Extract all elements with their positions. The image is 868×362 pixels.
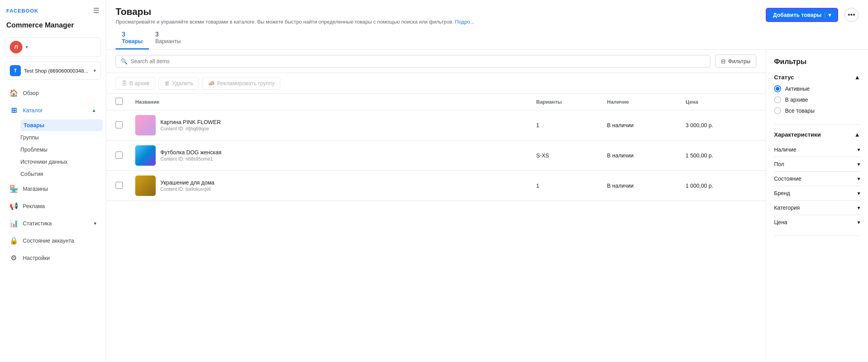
header-buttons: Добавить товары ▾ ••• [766, 8, 859, 22]
row2-thumbnail [135, 145, 156, 166]
avatar: Л [10, 41, 22, 53]
row1-price: 3 000,00 р. [686, 122, 756, 128]
fb-logo: FACEBOOK ☰ [6, 6, 99, 15]
table-row: Футболка DOG женская Content ID: n68s95o… [106, 141, 766, 171]
chevron-down-icon: ▾ [857, 146, 860, 153]
row3-product-name: Украшение для дома [160, 179, 214, 186]
characteristics-section-header[interactable]: Характеристики ▲ [774, 131, 860, 138]
filter-option-active[interactable]: Активные [774, 85, 860, 92]
add-button-arrow: ▾ [825, 12, 831, 18]
sidebar-item-stats[interactable]: 📊 Статистика ▾ [3, 215, 103, 232]
account-selector[interactable]: Л ▾ [5, 37, 101, 57]
catalog-icon: ⊞ [9, 106, 18, 115]
more-options-button[interactable]: ••• [844, 8, 859, 22]
row3-checkbox[interactable] [116, 182, 123, 189]
sidebar-item-data-sources[interactable]: Источники данных [20, 156, 103, 168]
chevron-down-icon: ▾ [857, 219, 860, 225]
sidebar-item-settings[interactable]: ⚙ Настройки [3, 250, 103, 266]
chevron-down-icon: ▾ [857, 161, 860, 167]
select-all-checkbox[interactable] [116, 98, 123, 105]
stats-chevron: ▾ [94, 221, 96, 226]
col-price: Цена [686, 99, 756, 105]
filter-row-gender[interactable]: Пол ▾ [774, 157, 860, 172]
row2-variants: S-XS [536, 152, 607, 159]
shop-name: Test Shop (869060000348... [24, 68, 90, 74]
row2-product-text: Футболка DOG женская Content ID: n68s95o… [160, 149, 221, 162]
sidebar-item-catalog[interactable]: ⊞ Каталог ▲ [3, 102, 103, 119]
sidebar-item-products[interactable]: Товары [20, 119, 103, 131]
characteristics-chevron-up: ▲ [854, 131, 860, 138]
chevron-down-icon: ▾ [857, 190, 860, 196]
chevron-down-icon: ▾ [857, 176, 860, 182]
delete-button[interactable]: 🗑 Удалить [158, 77, 199, 90]
search-input[interactable] [131, 58, 705, 64]
sidebar-item-events[interactable]: События [20, 168, 103, 180]
filter-row-category[interactable]: Категория ▾ [774, 201, 860, 215]
filters-panel: Фильтры Статус ▲ Активные В архиве [766, 50, 868, 362]
filter-option-all[interactable]: Все товары [774, 107, 860, 114]
content-area: 🔍 ⊟ Фильтры 🗄 В архив 🗑 Удалить [106, 50, 868, 362]
page-title: Товары [116, 6, 474, 17]
row1-checkbox-cell [116, 121, 135, 130]
status-filter-section: Статус ▲ Активные В архиве Все товары [774, 74, 860, 125]
tab-products[interactable]: 3 Товары [116, 28, 149, 49]
status-section-header[interactable]: Статус ▲ [774, 74, 860, 80]
filter-row-price[interactable]: Цена ▾ [774, 215, 860, 229]
row2-product-name: Футболка DOG женская [160, 149, 221, 155]
filter-row-brand[interactable]: Бренд ▾ [774, 186, 860, 201]
search-box[interactable]: 🔍 [116, 55, 710, 68]
add-products-button[interactable]: Добавить товары ▾ [766, 8, 838, 22]
shops-icon: 🏪 [9, 185, 18, 193]
action-bar: 🗄 В архив 🗑 Удалить 📣 Рекламировать груп… [106, 73, 766, 94]
sidebar-header: FACEBOOK ☰ [0, 0, 106, 20]
radio-all[interactable] [774, 107, 781, 114]
archive-button[interactable]: 🗄 В архив [116, 77, 155, 90]
filter-icon: ⊟ [721, 58, 726, 64]
filter-row-condition[interactable]: Состояние ▾ [774, 172, 860, 186]
table-row: Украшение для дома Content ID: ba9okuvqs… [106, 171, 766, 201]
row3-variants: 1 [536, 183, 607, 189]
hamburger-icon[interactable]: ☰ [93, 6, 99, 15]
table-row: Картина PINK FLOWER Content ID: nfjhq69q… [106, 110, 766, 141]
sidebar-item-groups[interactable]: Группы [20, 132, 103, 143]
main-content: Товары Просматривайте и управляйте всеми… [106, 0, 868, 362]
read-more-link[interactable]: Подро... [455, 19, 474, 25]
chevron-down-icon: ▾ [857, 205, 860, 211]
row1-variants: 1 [536, 122, 607, 128]
search-toolbar: 🔍 ⊟ Фильтры [106, 50, 766, 73]
ads-icon: 📢 [9, 202, 18, 210]
row2-availability: В наличии [607, 152, 686, 159]
filter-row-availability[interactable]: Наличие ▾ [774, 143, 860, 157]
sidebar-item-problems[interactable]: Проблемы [20, 144, 103, 155]
row2-checkbox[interactable] [116, 152, 123, 159]
sidebar-item-ads[interactable]: 📢 Реклама [3, 198, 103, 214]
radio-active[interactable] [774, 85, 781, 92]
row1-content-id: Content ID: nfjhq69qoe [160, 126, 221, 132]
row2-checkbox-cell [116, 152, 135, 160]
main-header: Товары Просматривайте и управляйте всеми… [106, 0, 868, 50]
row3-price: 1 000,00 р. [686, 183, 756, 189]
filters-button[interactable]: ⊟ Фильтры [715, 55, 756, 68]
sidebar-item-account-status[interactable]: 🔒 Состояние аккаунта [3, 232, 103, 249]
row1-product-info: Картина PINK FLOWER Content ID: nfjhq69q… [135, 115, 536, 135]
more-dots-icon: ••• [848, 11, 855, 19]
row1-product-name: Картина PINK FLOWER [160, 119, 221, 125]
table-header: Название Варианты Наличие Цена [106, 94, 766, 110]
row1-checkbox[interactable] [116, 121, 123, 128]
characteristics-filter-section: Характеристики ▲ Наличие ▾ Пол ▾ Состоян… [774, 131, 860, 236]
row3-product-info: Украшение для дома Content ID: ba9okuvqs… [135, 176, 536, 196]
products-panel: 🔍 ⊟ Фильтры 🗄 В архив 🗑 Удалить [106, 50, 766, 362]
filter-option-archived[interactable]: В архиве [774, 96, 860, 103]
shop-avatar: T [10, 65, 21, 76]
row1-thumbnail [135, 115, 156, 135]
stats-icon: 📊 [9, 219, 18, 228]
products-table: Название Варианты Наличие Цена Картина P… [106, 94, 766, 201]
row3-checkbox-cell [116, 182, 135, 190]
sidebar-item-overview[interactable]: 🏠 Обзор [3, 85, 103, 101]
sidebar-item-shops[interactable]: 🏪 Магазины [3, 181, 103, 197]
header-checkbox-cell [116, 98, 135, 106]
advertise-button[interactable]: 📣 Рекламировать группу [202, 77, 280, 90]
shop-selector[interactable]: T Test Shop (869060000348... ▾ [5, 62, 101, 80]
tab-variants[interactable]: 3 Варианты [149, 28, 187, 49]
radio-archived[interactable] [774, 96, 781, 103]
